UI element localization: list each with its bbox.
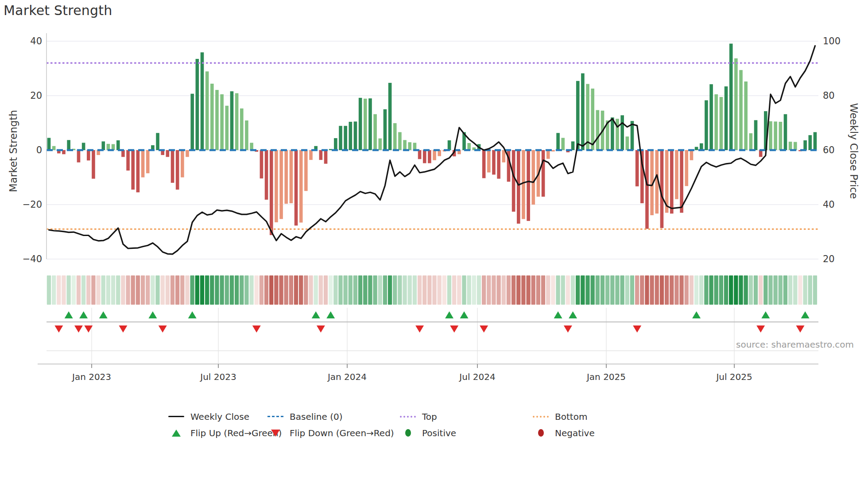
heatmap-cell	[170, 275, 174, 305]
heatmap-cell	[739, 275, 743, 305]
heatmap-cell	[294, 275, 298, 305]
heatmap-cell	[640, 275, 644, 305]
heatmap-cell	[373, 275, 377, 305]
flip-up-marker	[692, 311, 701, 318]
legend-label: Weekly Close	[190, 411, 249, 422]
strength-bar-negative	[299, 150, 303, 223]
heatmap-cell	[541, 275, 545, 305]
heatmap-cell	[155, 275, 159, 305]
strength-bar-negative	[141, 150, 145, 178]
strength-bar-negative	[636, 150, 639, 186]
heatmap-cell	[605, 275, 609, 305]
heatmap-cell	[620, 275, 624, 305]
heatmap-cell	[403, 275, 407, 305]
flip-up-marker	[801, 311, 810, 318]
strength-bar-positive	[334, 138, 337, 150]
heatmap-cell	[729, 275, 733, 305]
flip-down-marker	[159, 325, 167, 333]
heatmap-cell	[333, 275, 337, 305]
strength-bar-positive	[739, 70, 743, 150]
heatmap-cell	[349, 275, 353, 305]
heatmap-cell	[709, 275, 713, 305]
heatmap-cell	[477, 275, 481, 305]
heatmap-cell	[314, 275, 318, 305]
strength-bar-positive	[467, 143, 471, 150]
heatmap-cell	[531, 275, 535, 305]
positive-dot-icon	[405, 429, 411, 437]
strength-bar-negative	[136, 150, 140, 192]
strength-bar-positive	[700, 143, 703, 150]
flip-up-marker	[99, 311, 108, 318]
strength-bar-positive	[620, 115, 624, 150]
heatmap-cell	[556, 275, 560, 305]
heatmap-cell	[398, 275, 402, 305]
strength-bar-positive	[581, 74, 585, 150]
strength-bar-negative	[542, 150, 545, 197]
heatmap-cell	[699, 275, 703, 305]
strength-bar-positive	[591, 89, 594, 150]
strength-bar-positive	[784, 114, 787, 150]
heatmap-cell	[393, 275, 397, 305]
strength-bar-negative	[487, 150, 491, 172]
heatmap-cell	[788, 275, 792, 305]
strength-bar-negative	[176, 150, 179, 190]
strength-bar-positive	[586, 84, 589, 150]
heatmap-cell	[161, 275, 165, 305]
heatmap-cell	[601, 275, 604, 305]
flip-up-marker	[188, 311, 197, 318]
heatmap-cell	[779, 275, 783, 305]
heatmap-cell	[526, 275, 530, 305]
strength-bar-negative	[482, 150, 486, 178]
heatmap-cell	[502, 275, 506, 305]
strength-bar-negative	[527, 150, 530, 221]
heatmap-cell	[175, 275, 179, 305]
flip-down-marker	[74, 325, 83, 333]
flip-down-marker	[415, 325, 424, 333]
flip-down-marker	[564, 325, 572, 333]
heatmap-cell	[487, 275, 491, 305]
flip-down-marker	[317, 325, 325, 333]
heatmap-cell	[521, 275, 525, 305]
strength-bar-positive	[388, 83, 392, 150]
strength-bar-positive	[561, 138, 565, 150]
x-tick-label: Jan 2023	[71, 372, 111, 382]
y-right-tick-label: 20	[823, 254, 835, 264]
strength-bar-positive	[626, 136, 629, 150]
strength-bar-positive	[101, 141, 105, 150]
strength-bar-positive	[774, 121, 777, 150]
heatmap-cell	[813, 275, 817, 305]
strength-bar-positive	[230, 91, 234, 150]
heatmap-cell	[289, 275, 293, 305]
flip-down-marker	[252, 325, 261, 333]
strength-bar-negative	[546, 150, 550, 159]
heatmap-cell	[57, 275, 61, 305]
legend-label: Positive	[422, 428, 456, 438]
strength-bar-positive	[116, 140, 120, 150]
heatmap-cell	[319, 275, 323, 305]
heatmap-cell	[91, 275, 95, 305]
heatmap-cell	[413, 275, 417, 305]
strength-bar-positive	[720, 97, 723, 150]
heatmap-cell	[551, 275, 555, 305]
bottom-dotted-swatch	[533, 416, 549, 418]
strength-bar-positive	[734, 58, 738, 150]
heatmap-cell	[260, 275, 264, 305]
heatmap-cell	[220, 275, 224, 305]
legend-label: Negative	[555, 428, 595, 438]
strength-bar-negative	[551, 150, 555, 151]
heatmap-cell	[492, 275, 496, 305]
heatmap-cell	[467, 275, 471, 305]
heatmap-cell	[62, 275, 66, 305]
heatmap-cell	[571, 275, 575, 305]
strength-bar-negative	[759, 150, 763, 157]
strength-bar-positive	[398, 132, 402, 150]
heatmap-cell	[225, 275, 229, 305]
flip-up-marker	[460, 311, 469, 318]
y-right-tick-label: 100	[823, 36, 841, 46]
strength-bar-positive	[156, 133, 159, 150]
heatmap-cell	[190, 275, 194, 305]
heatmap-cell	[200, 275, 204, 305]
strength-bar-negative	[186, 150, 189, 157]
strength-bar-positive	[378, 139, 382, 150]
heatmap-cell	[685, 275, 689, 305]
